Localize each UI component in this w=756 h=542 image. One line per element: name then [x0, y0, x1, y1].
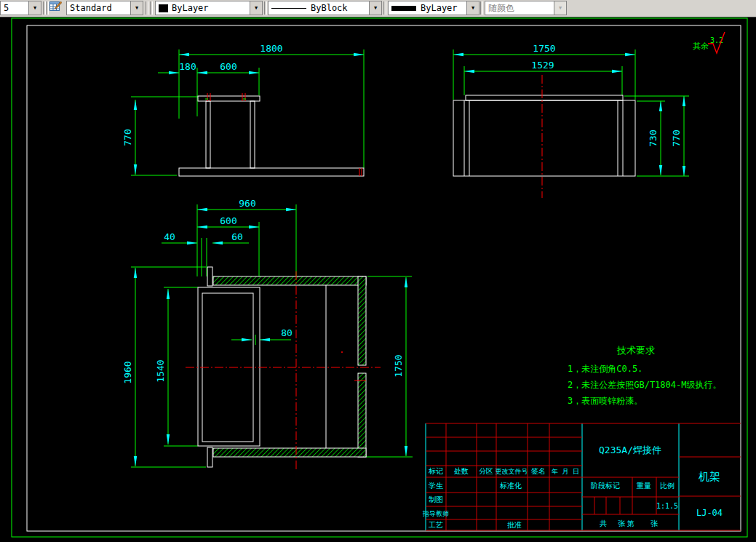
rev-header-cell: 分区 [479, 467, 493, 475]
dim-1529: 1529 [464, 60, 622, 95]
drawing-number: LJ-04 [696, 508, 723, 518]
rev-header-cell: 标记 [428, 467, 443, 475]
front-view: 1800 180 600 770 [122, 43, 364, 176]
dim-text: 600 [220, 215, 236, 226]
drawing-canvas[interactable]: 其余 3.2 1800 180 600 [0, 0, 756, 542]
sheet-page-label: 第 [627, 519, 634, 527]
dim-text: 960 [239, 198, 255, 209]
text-style-value: Standard [70, 3, 112, 13]
role-standardization: 标准化 [499, 482, 522, 490]
side-body [453, 100, 635, 176]
front-right-column [250, 101, 255, 168]
side-top-plate [466, 95, 623, 100]
plotstyle-value: 随颜色 [488, 2, 514, 15]
cad-application-window: 5 ▼ Standard ▼ ByLayer ▼ [0, 0, 756, 542]
scale-header: 比例 [660, 482, 675, 490]
chevron-down-icon[interactable]: ▼ [250, 1, 262, 15]
dim-1750-plan: 1750 [366, 276, 413, 457]
dim-600-front: 600 [197, 61, 259, 95]
dim-40: 40 [162, 231, 202, 276]
role-student: 学生 [429, 482, 443, 490]
plan-top-tab [207, 267, 212, 286]
chevron-down-icon[interactable]: ▼ [28, 1, 41, 15]
dim-text: 770 [671, 129, 682, 146]
sheet-label2: 张 [650, 519, 658, 527]
tech-item-1: 1，未注倒角C0.5. [568, 364, 642, 374]
dim-text: 1529 [531, 60, 554, 71]
plan-right-band-lower [358, 373, 366, 457]
color-swatch [159, 4, 168, 12]
toolbar-separator [480, 1, 483, 15]
weld-marks [205, 93, 362, 176]
side-view: 1750 1529 730 770 [453, 43, 689, 198]
role-advisor: 指导教师 [422, 510, 449, 517]
chevron-down-icon[interactable]: ▼ [130, 1, 143, 15]
toolbar-separator [383, 1, 386, 15]
rev-header-cell: 签名 [531, 467, 546, 475]
role-approve: 批准 [507, 521, 522, 529]
toolbar-separator [150, 1, 153, 15]
rev-header-cell: 年 月 日 [552, 468, 579, 475]
plotstyle-combo: 随颜色 ▼ [485, 1, 567, 15]
dim-text: 1800 [260, 43, 282, 54]
dim-text: 180 [179, 61, 196, 72]
sheet-label: 张 [618, 519, 625, 527]
plan-bottom-tab [207, 447, 212, 467]
dim-text: 40 [164, 231, 175, 242]
toolbar-separator [46, 1, 49, 15]
dim-text: 60 [231, 231, 243, 242]
chevron-down-icon[interactable]: ▼ [369, 1, 381, 15]
title-block: 标记 处数 分区 更改文件号 签名 年 月 日 学生 标准化 制图 指导教师 工… [422, 423, 741, 530]
color-value: ByLayer [172, 3, 209, 13]
chevron-down-icon: ▼ [554, 1, 566, 15]
tech-item-2: 2，未注公差按照GB/T1804-M级执行。 [568, 380, 721, 390]
tech-item-3: 3，表面喷锌粉漆。 [568, 396, 642, 406]
style-manager-button[interactable] [49, 1, 65, 15]
linetype-combo[interactable]: ByBlock ▼ [268, 1, 382, 15]
plan-door-outer [198, 287, 260, 446]
dim-scale-value: 5 [4, 3, 9, 13]
role-drafter: 制图 [429, 495, 443, 503]
dim-80: 80 [231, 327, 293, 345]
dim-text: 1750 [533, 43, 555, 54]
linetype-value: ByBlock [311, 3, 348, 13]
surface-roughness-note: 其余 3.2 [693, 32, 725, 53]
stage-header: 阶段标记 [591, 482, 620, 490]
dim-text: 730 [648, 129, 658, 146]
front-left-column [206, 101, 210, 168]
table-pencil-icon [49, 1, 62, 12]
color-combo[interactable]: ByLayer ▼ [155, 1, 263, 15]
dim-60: 60 [207, 231, 249, 276]
plan-right-band-upper [358, 276, 366, 365]
sheet-total-label: 共 [600, 519, 607, 527]
dim-1800: 1800 [179, 43, 364, 168]
text-style-combo[interactable]: Standard ▼ [66, 1, 143, 15]
linetype-sample [271, 8, 306, 9]
dim-text: 80 [281, 327, 293, 338]
chevron-down-icon[interactable]: ▼ [466, 1, 479, 15]
dim-text: 600 [220, 61, 236, 72]
tech-requirements: 技术要求 1，未注倒角C0.5. 2，未注公差按照GB/T1804-M级执行。 … [568, 345, 721, 406]
rev-header-cell: 处数 [454, 467, 469, 475]
dim-960: 960 [197, 198, 296, 276]
dim-scale-combo[interactable]: 5 ▼ [0, 1, 41, 15]
tech-title: 技术要求 [616, 345, 655, 356]
part-name: 机架 [699, 470, 720, 483]
weight-header: 重量 [636, 482, 651, 490]
dim-text: 1960 [122, 361, 133, 383]
plan-top-band [213, 276, 366, 285]
plan-red-dot [341, 351, 343, 353]
dim-text: 1540 [155, 359, 166, 382]
plan-bottom-band [213, 448, 366, 457]
lineweight-sample [391, 6, 416, 11]
material-label: Q235A/焊接件 [599, 445, 661, 455]
dim-1540: 1540 [155, 287, 198, 446]
dim-text: 1750 [393, 354, 404, 377]
dim-180: 180 [158, 61, 197, 116]
lineweight-combo[interactable]: ByLayer ▼ [388, 1, 480, 15]
surface-note-label: 其余 [693, 41, 709, 51]
properties-toolbar: 5 ▼ Standard ▼ ByLayer ▼ [0, 0, 756, 17]
plan-view: 960 600 40 60 80 [122, 198, 413, 469]
scale-value: 1:1.5 [656, 502, 678, 510]
toolbar-separator [264, 1, 267, 15]
